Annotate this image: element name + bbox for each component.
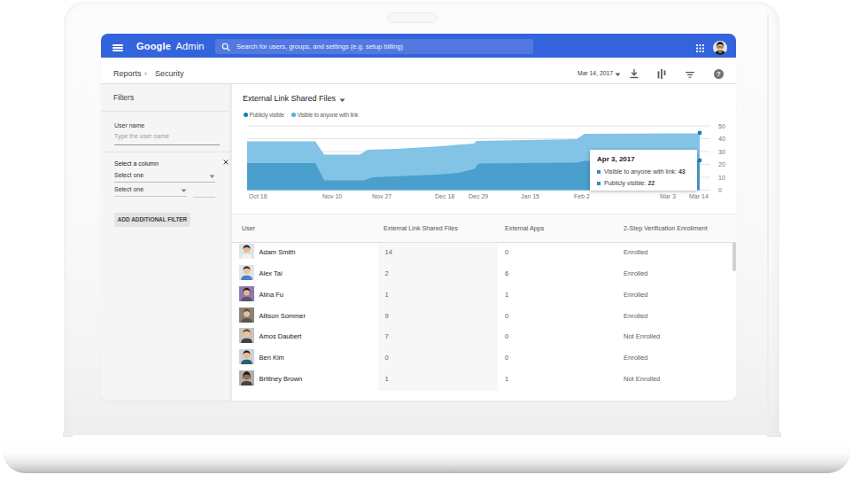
svg-text:Oct 16: Oct 16 [249, 193, 267, 199]
svg-text:Mar 3: Mar 3 [660, 193, 676, 199]
svg-text:30: 30 [718, 149, 725, 155]
svg-text:50: 50 [718, 123, 725, 129]
svg-text:Feb 2: Feb 2 [574, 193, 590, 199]
svg-text:Dec 18: Dec 18 [435, 193, 454, 199]
svg-text:Dec 29: Dec 29 [469, 193, 488, 199]
svg-text:20: 20 [718, 161, 725, 167]
svg-text:40: 40 [718, 136, 725, 142]
svg-text:10: 10 [718, 175, 725, 181]
svg-text:Jan 15: Jan 15 [521, 193, 539, 199]
svg-text:Nov 10: Nov 10 [322, 193, 342, 199]
svg-text:Mar 14: Mar 14 [689, 193, 709, 199]
svg-text:0: 0 [718, 187, 722, 193]
svg-text:Nov 27: Nov 27 [372, 193, 391, 199]
